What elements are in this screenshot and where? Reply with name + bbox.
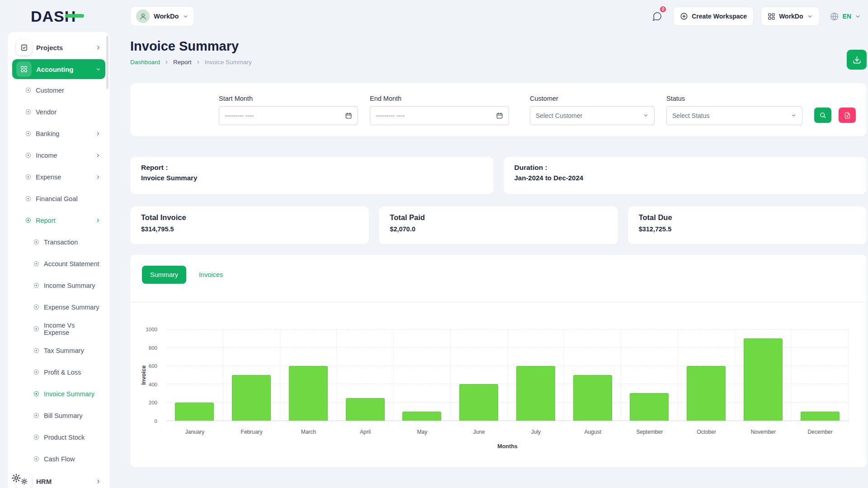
create-workspace-button[interactable]: Create Workspace [673,7,754,26]
breadcrumb-report[interactable]: Report [173,59,192,66]
app-logo[interactable]: DASH [31,8,76,25]
breadcrumb: Dashboard Report Invoice Summary [130,59,252,66]
bar-april[interactable] [346,398,385,421]
bar-march[interactable] [289,366,328,421]
sidebar-item-income-summary[interactable]: Income Summary [12,276,105,295]
bar-june[interactable] [459,384,498,421]
report-label: Report : [141,164,483,172]
chevron-right-icon [95,174,101,180]
bar-slot [621,329,678,421]
chevron-down-icon [95,66,101,72]
sidebar-item-invoice-summary[interactable]: Invoice Summary [12,385,105,403]
sidebar-item-product-stock[interactable]: Product Stock [12,428,105,446]
start-month-value: --------- ---- [225,112,254,119]
workspace-switcher[interactable]: WorkDo [130,6,194,26]
workdo-menu-button[interactable]: WorkDo [761,7,819,26]
bullet-icon [26,174,31,179]
sidebar-item-financial-goal[interactable]: Financial Goal [12,189,105,208]
y-tick-label: 0 [132,418,157,424]
sidebar-item-hrm[interactable]: HRM [12,471,105,488]
top-header: DASH WorkDo 0 [0,0,868,33]
header-actions: 0 Create Workspace WorkDo [648,7,868,26]
sidebar-item-account-statement[interactable]: Account Statement [12,254,105,273]
download-report-button[interactable] [847,50,867,70]
sidebar-item-projects[interactable]: Projects [12,38,105,57]
start-month-label: Start Month [219,95,358,102]
bar-september[interactable] [630,393,669,421]
sidebar-item-accounting[interactable]: Accounting [12,59,105,79]
x-label: July [508,429,565,435]
tab-summary[interactable]: Summary [142,266,186,284]
y-tick-label: 400 [132,382,157,387]
sidebar-item-bill-summary[interactable]: Bill Summary [12,406,105,425]
sidebar-item-expense-summary[interactable]: Expense Summary [12,298,105,316]
language-selector[interactable]: EN [827,12,863,21]
bar-november[interactable] [744,338,783,421]
gear-icon [11,473,21,483]
bar-may[interactable] [402,412,441,421]
sidebar-item-label: Invoice Summary [44,390,94,398]
chevron-down-icon [183,14,189,19]
chart-y-ticks: 02004006008001000 [130,329,162,421]
x-label: November [735,429,792,435]
sidebar-item-customer[interactable]: Customer [12,81,105,99]
sidebar-item-report[interactable]: Report [12,211,105,230]
customer-select[interactable]: Select Customer [530,106,655,125]
x-label: August [564,429,621,435]
sidebar-item-label: Cash Flow [44,455,75,463]
end-month-label: End Month [370,95,509,102]
sidebar-item-transaction[interactable]: Transaction [12,233,105,251]
y-tick-label: 800 [132,345,157,351]
tab-invoices[interactable]: Invoices [191,266,231,284]
customer-select-value: Select Customer [536,112,582,119]
bar-august[interactable] [573,375,612,421]
sidebar-item-label: Income Vs Expense [44,322,101,336]
duration-info-card: Duration : Jan-2024 to Dec-2024 [504,157,867,194]
x-label: September [621,429,678,435]
bar-slot [678,329,735,421]
reset-filter-button[interactable] [839,108,856,123]
workspace-name: WorkDo [154,13,179,20]
calendar-icon [345,112,352,119]
sidebar-item-vendor[interactable]: Vendor [12,103,105,121]
bar-october[interactable] [687,366,726,421]
sidebar-item-label: Tax Summary [44,347,84,354]
bar-december[interactable] [801,412,840,421]
breadcrumb-dashboard[interactable]: Dashboard [130,59,160,66]
bar-january[interactable] [175,403,214,421]
bar-july[interactable] [516,366,555,421]
sidebar-item-profit-loss[interactable]: Profit & Loss [12,363,105,381]
theme-settings-button[interactable] [7,469,25,487]
logo-zone: DASH [0,8,130,25]
customer-label: Customer [530,95,655,102]
status-select[interactable]: Select Status [666,106,802,125]
globe-icon [830,12,839,21]
sidebar-item-expense[interactable]: Expense [12,168,105,186]
sidebar-item-banking[interactable]: Banking [12,124,105,143]
bullet-icon [34,456,39,461]
chart-x-labels: JanuaryFebruaryMarchAprilMayJuneJulyAugu… [166,429,849,435]
sidebar-item-label: Product Stock [44,434,85,441]
sidebar-item-cash-flow[interactable]: Cash Flow [12,450,105,468]
messages-button[interactable]: 0 [648,7,666,25]
total-due-card: Total Due $312,725.5 [628,206,867,244]
sidebar-scrollbar[interactable] [106,36,108,89]
apply-filter-button[interactable] [814,108,831,123]
x-label: February [223,429,280,435]
sidebar-item-income-vs-expense[interactable]: Income Vs Expense [12,319,105,338]
bar-february[interactable] [232,375,271,421]
y-tick-label: 600 [132,363,157,369]
sidebar-item-label: HRM [36,478,52,485]
sidebar-item-income[interactable]: Income [12,146,105,164]
bullet-icon [26,88,31,93]
sidebar-item-label: Customer [36,87,64,94]
chart-card: Summary Invoices Invoice 020040060080010… [130,255,867,468]
breadcrumb-current: Invoice Summary [205,59,252,66]
start-month-input[interactable]: --------- ---- [219,106,358,125]
chevron-right-icon [95,479,101,484]
sidebar-item-tax-summary[interactable]: Tax Summary [12,341,105,360]
end-month-input[interactable]: --------- ---- [370,106,509,125]
chevron-down-icon [807,14,813,19]
chevron-right-icon [196,60,201,65]
report-value: Invoice Summary [141,174,483,182]
